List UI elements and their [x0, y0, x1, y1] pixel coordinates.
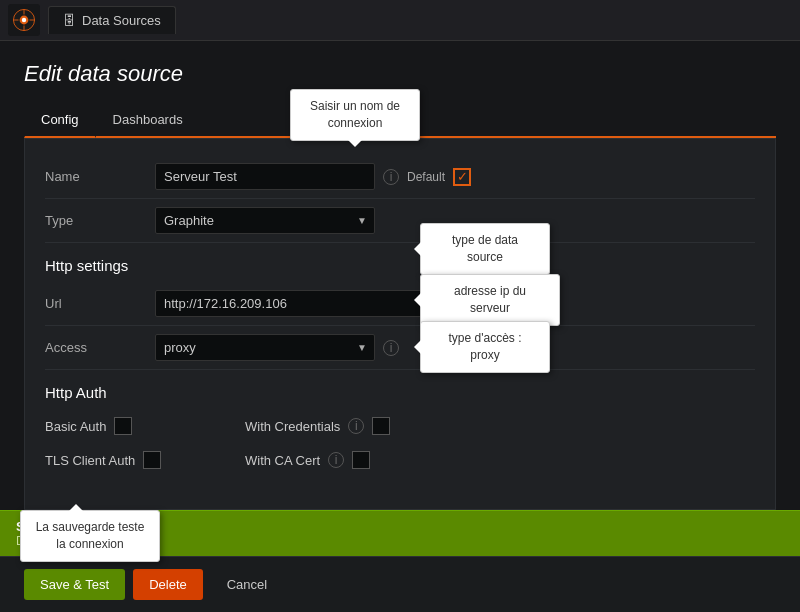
http-settings-heading: Http settings [45, 257, 755, 274]
data-sources-tab[interactable]: 🗄 Data Sources [48, 6, 176, 34]
grafana-logo[interactable] [8, 4, 40, 36]
access-select[interactable]: proxy direct [155, 334, 375, 361]
type-select[interactable]: Graphite Prometheus InfluxDB MySQL [155, 207, 375, 234]
access-row: Access proxy direct ▼ i [45, 326, 755, 370]
basic-auth-cell: Basic Auth [45, 417, 245, 435]
basic-auth-row: Basic Auth With Credentials i [45, 409, 755, 443]
tooltip-connection-name: Saisir un nom de connexion [290, 89, 420, 141]
access-select-wrapper: proxy direct ▼ [155, 334, 375, 361]
bottom-bar: Save & Test Delete Cancel [0, 556, 800, 612]
form-area: Name i Default ✓ Type Graphite Prometheu… [24, 138, 776, 510]
with-ca-cert-info-icon[interactable]: i [328, 452, 344, 468]
type-select-wrapper: Graphite Prometheus InfluxDB MySQL ▼ [155, 207, 375, 234]
tooltip-server-ip: adresse ip du serveur [420, 274, 560, 326]
topbar: 🗄 Data Sources [0, 0, 800, 41]
name-input[interactable] [155, 163, 375, 190]
tls-auth-cell: TLS Client Auth [45, 451, 245, 469]
main-content: Edit data source Config Dashboards Name … [0, 41, 800, 612]
type-label: Type [45, 213, 155, 228]
tooltip-access-type: type d'accès : proxy [420, 321, 550, 373]
name-control: i Default ✓ [155, 163, 755, 190]
with-ca-cert-cell: With CA Cert i [245, 451, 445, 469]
http-auth-heading: Http Auth [45, 384, 755, 401]
page-title: Edit data source [24, 61, 776, 87]
url-label: Url [45, 296, 155, 311]
with-credentials-info-icon[interactable]: i [348, 418, 364, 434]
access-info-icon[interactable]: i [383, 340, 399, 356]
basic-auth-checkbox[interactable] [114, 417, 132, 435]
with-credentials-label: With Credentials [245, 419, 340, 434]
name-label: Name [45, 169, 155, 184]
tls-auth-row: TLS Client Auth With CA Cert i [45, 443, 755, 477]
tls-auth-checkbox[interactable] [143, 451, 161, 469]
database-icon: 🗄 [63, 13, 76, 28]
delete-button[interactable]: Delete [133, 569, 203, 600]
url-input[interactable] [155, 290, 435, 317]
with-credentials-checkbox[interactable] [372, 417, 390, 435]
with-credentials-cell: With Credentials i [245, 417, 445, 435]
name-info-icon[interactable]: i [383, 169, 399, 185]
url-row: Url i [45, 282, 755, 326]
svg-point-2 [22, 18, 26, 22]
name-row: Name i Default ✓ [45, 155, 755, 199]
with-ca-cert-checkbox[interactable] [352, 451, 370, 469]
access-label: Access [45, 340, 155, 355]
tooltip-save: La sauvegarde teste la connexion [20, 510, 160, 562]
tls-client-auth-label: TLS Client Auth [45, 453, 135, 468]
tab-config[interactable]: Config [24, 103, 96, 138]
tab-dashboards[interactable]: Dashboards [96, 103, 200, 136]
cancel-button[interactable]: Cancel [211, 569, 283, 600]
tab-label: Data Sources [82, 13, 161, 28]
with-ca-cert-label: With CA Cert [245, 453, 320, 468]
basic-auth-label: Basic Auth [45, 419, 106, 434]
type-row: Type Graphite Prometheus InfluxDB MySQL … [45, 199, 755, 243]
default-label: Default [407, 170, 445, 184]
save-test-button[interactable]: Save & Test [24, 569, 125, 600]
default-checkbox[interactable]: ✓ [453, 168, 471, 186]
tooltip-data-source-type: type de data source [420, 223, 550, 275]
